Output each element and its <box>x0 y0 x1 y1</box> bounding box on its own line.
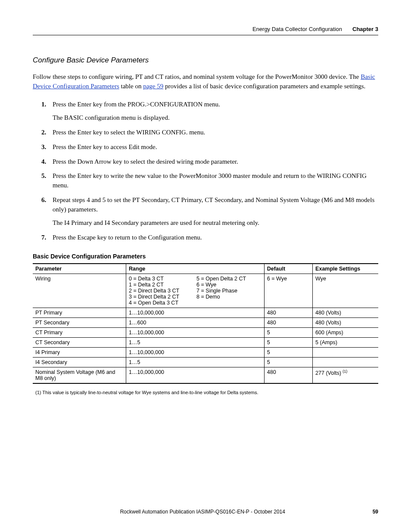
cell-param: CT Primary <box>33 327 126 337</box>
cell-param: PT Primary <box>33 308 126 317</box>
cell-default: 480 <box>264 308 312 317</box>
table-header-row: Parameter Range Default Example Settings <box>33 264 378 274</box>
cell-param: I4 Primary <box>33 347 126 357</box>
range-left: 0 = Delta 3 CT 1 = Delta 2 CT 2 = Direct… <box>129 276 179 306</box>
cell-range: 1…10,000,000 <box>126 367 265 383</box>
footer-publication: Rockwell Automation Publication IASIMP-Q… <box>33 509 373 515</box>
intro-text-post: provides a list of basic device configur… <box>163 83 365 90</box>
step-2: Press the Enter key to select the WIRING… <box>53 128 378 137</box>
table-row: CT Secondary 1…5 5 5 (Amps) <box>33 337 378 347</box>
cell-param: Nominal System Voltage (M6 and M8 only) <box>33 367 126 383</box>
cell-example: 480 (Volts) <box>313 317 378 327</box>
step-text: Repeat steps 4 and 5 to set the PT Secon… <box>53 196 374 213</box>
table-row-wiring: Wiring 0 = Delta 3 CT 1 = Delta 2 CT 2 =… <box>33 274 378 308</box>
link-page-59[interactable]: page 59 <box>143 83 163 90</box>
step-text: Press the Enter key to select the WIRING… <box>53 129 205 136</box>
cell-default: 5 <box>264 347 312 357</box>
step-subtext: The BASIC configuration menu is displaye… <box>53 113 378 123</box>
intro-paragraph: Follow these steps to configure wiring, … <box>33 72 378 91</box>
step-text: Press the Enter key to access Edit mode. <box>53 143 157 150</box>
cell-default: 5 <box>264 337 312 347</box>
cell-range: 0 = Delta 3 CT 1 = Delta 2 CT 2 = Direct… <box>126 274 265 308</box>
cell-example: Wye <box>313 274 378 308</box>
step-text: Press the Down Arrow key to select the d… <box>53 158 238 165</box>
page-footer: Rockwell Automation Publication IASIMP-Q… <box>33 509 378 515</box>
header-chapter-label: Chapter 3 <box>352 26 378 32</box>
steps-list: Press the Enter key from the PROG.>CONFI… <box>33 100 378 243</box>
step-3: Press the Enter key to access Edit mode. <box>53 143 378 152</box>
cell-default: 5 <box>264 327 312 337</box>
table-row: CT Primary 1…10,000,000 5 600 (Amps) <box>33 327 378 337</box>
header-chapter-title: Energy Data Collector Configuration <box>252 26 342 32</box>
cell-example <box>313 347 378 357</box>
step-7: Press the Escape key to return to the Co… <box>53 233 378 243</box>
cell-param: I4 Secondary <box>33 357 126 367</box>
cell-range: 1…10,000,000 <box>126 327 265 337</box>
footnote-marker: (1) <box>342 369 347 373</box>
step-1: Press the Enter key from the PROG.>CONFI… <box>53 100 378 123</box>
cell-range: 1…5 <box>126 337 265 347</box>
step-4: Press the Down Arrow key to select the d… <box>53 157 378 167</box>
cell-param: PT Secondary <box>33 317 126 327</box>
step-subtext: The I4 Primary and I4 Secondary paramete… <box>53 218 378 228</box>
step-text: Press the Escape key to return to the Co… <box>53 234 202 241</box>
step-6: Repeat steps 4 and 5 to set the PT Secon… <box>53 196 378 228</box>
cell-range: 1…10,000,000 <box>126 308 265 317</box>
page-header: Energy Data Collector Configuration Chap… <box>33 26 378 35</box>
footnote: (1) This value is typically line-to-neut… <box>33 390 378 395</box>
th-default: Default <box>264 264 312 274</box>
step-text: Press the Enter key from the PROG.>CONFI… <box>53 101 220 108</box>
footer-page-number: 59 <box>373 509 378 515</box>
cell-example: 480 (Volts) <box>313 308 378 317</box>
table-row: PT Primary 1…10,000,000 480 480 (Volts) <box>33 308 378 317</box>
cell-range: 1…600 <box>126 317 265 327</box>
cell-example <box>313 357 378 367</box>
intro-text-mid: table on <box>119 83 143 90</box>
section-title: Configure Basic Device Parameters <box>33 56 378 65</box>
step-text: Press the Enter key to write the new val… <box>53 172 367 189</box>
cell-default: 6 = Wye <box>264 274 312 308</box>
cell-param: CT Secondary <box>33 337 126 347</box>
params-table: Parameter Range Default Example Settings… <box>33 263 378 384</box>
range-right: 5 = Open Delta 2 CT 6 = Wye 7 = Single P… <box>196 276 246 306</box>
table-row: PT Secondary 1…600 480 480 (Volts) <box>33 317 378 327</box>
th-range: Range <box>126 264 265 274</box>
cell-default: 5 <box>264 357 312 367</box>
cell-example: 5 (Amps) <box>313 337 378 347</box>
th-example: Example Settings <box>313 264 378 274</box>
cell-example: 277 (Volts) (1) <box>313 367 378 383</box>
cell-param: Wiring <box>33 274 126 308</box>
cell-range: 1…10,000,000 <box>126 347 265 357</box>
cell-default: 480 <box>264 367 312 383</box>
cell-default: 480 <box>264 317 312 327</box>
table-title: Basic Device Configuration Parameters <box>33 253 378 260</box>
cell-range: 1…5 <box>126 357 265 367</box>
step-5: Press the Enter key to write the new val… <box>53 171 378 190</box>
intro-text-pre: Follow these steps to configure wiring, … <box>33 73 361 80</box>
th-parameter: Parameter <box>33 264 126 274</box>
table-row-last: Nominal System Voltage (M6 and M8 only) … <box>33 367 378 383</box>
table-row: I4 Primary 1…10,000,000 5 <box>33 347 378 357</box>
table-row: I4 Secondary 1…5 5 <box>33 357 378 367</box>
cell-example: 600 (Amps) <box>313 327 378 337</box>
